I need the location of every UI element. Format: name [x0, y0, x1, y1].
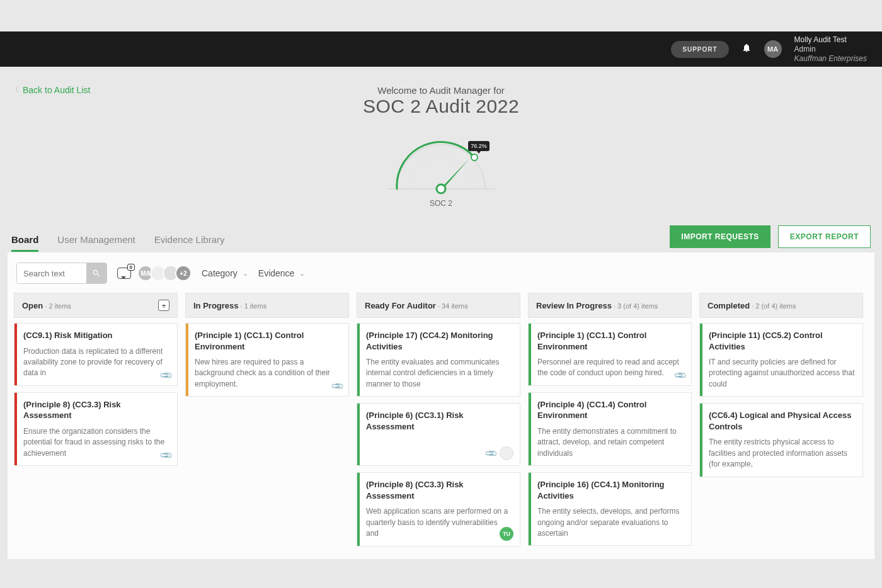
tab-user-management[interactable]: User Management: [57, 234, 135, 252]
chevron-down-icon: ⌄: [299, 269, 305, 278]
attachment-icon: 📎: [159, 449, 173, 463]
search-icon: [92, 269, 101, 278]
assignee-avatar: [500, 446, 513, 460]
search-box: [16, 263, 107, 284]
svg-point-3: [471, 154, 478, 161]
card-stripe: [700, 324, 702, 396]
user-info: Molly Audit Test Admin Kauffman Enterpri…: [794, 35, 867, 64]
column-header: In Progress · 1 items: [185, 293, 349, 318]
notifications-icon[interactable]: [742, 43, 752, 55]
column-count: · 34 items: [436, 302, 468, 310]
card-title: (Principle 17) (CC4.2) Monitoring Activi…: [366, 330, 512, 352]
filter-category[interactable]: Category ⌄: [202, 268, 248, 278]
filter-category-label: Category: [202, 268, 238, 278]
user-name: Molly Audit Test: [794, 35, 867, 45]
assignee-avatar: TU: [500, 527, 513, 541]
column-title: Open: [22, 301, 43, 310]
kanban-card[interactable]: (Principle 8) (CC3.3) Risk AssessmentEns…: [14, 392, 178, 466]
card-title: (Principle 16) (CC4.1) Monitoring Activi…: [537, 479, 684, 501]
kanban-card[interactable]: (Principle 4) (CC1.4) Control Environmen…: [528, 392, 692, 466]
avatar-more[interactable]: +2: [175, 265, 192, 281]
card-stripe: [529, 473, 531, 545]
svg-point-2: [437, 184, 445, 193]
topbar: SUPPORT MA Molly Audit Test Admin Kauffm…: [0, 31, 882, 67]
column-header: Review In Progress · 3 (of 4) items: [528, 293, 692, 318]
gauge-label: SOC 2: [430, 199, 452, 208]
tab-board[interactable]: Board: [11, 234, 38, 252]
import-requests-button[interactable]: IMPORT REQUESTS: [670, 225, 770, 248]
card-description: New hires are required to pass a backgro…: [195, 357, 341, 390]
card-description: The entity restricts physical access to …: [709, 437, 855, 470]
card-description: Ensure the organization considers the po…: [23, 426, 169, 459]
card-stripe: [14, 324, 17, 385]
column-header: Ready For Auditor · 34 items: [357, 293, 520, 318]
card-title: (Principle 6) (CC3.1) Risk Assessment: [366, 410, 512, 432]
card-stripe: [357, 404, 360, 465]
kanban-column: Ready For Auditor · 34 items(Principle 1…: [357, 293, 520, 546]
card-description: Web application scans are performed on a…: [366, 506, 512, 539]
audit-title: SOC 2 Audit 2022: [11, 96, 871, 117]
card-description: The entity selects, develops, and perfor…: [537, 506, 684, 539]
card-description: IT and security policies are defined for…: [709, 357, 855, 390]
column-count: · 3 (of 4) items: [612, 302, 658, 310]
kanban-column: Open · 2 items+(CC9.1) Risk MitigationPr…: [14, 293, 178, 466]
attachment-icon: 📎: [484, 446, 498, 460]
add-card-button[interactable]: +: [158, 300, 169, 311]
filter-evidence[interactable]: Evidence ⌄: [258, 268, 306, 278]
search-input[interactable]: [17, 263, 86, 283]
card-stripe: [529, 393, 531, 465]
kanban-card[interactable]: (Principle 1) (CC1.1) Control Environmen…: [185, 323, 349, 397]
kanban-card[interactable]: (Principle 16) (CC4.1) Monitoring Activi…: [528, 472, 692, 546]
column-title: Ready For Auditor: [365, 301, 436, 310]
attachment-icon: 📎: [159, 368, 173, 382]
user-role: Admin: [794, 45, 867, 54]
chevron-down-icon: ⌄: [243, 269, 248, 278]
card-stripe: [529, 324, 531, 385]
kanban-columns: Open · 2 items+(CC9.1) Risk MitigationPr…: [11, 293, 871, 546]
card-stripe: [357, 473, 360, 545]
kanban-column: Completed · 2 (of 4) items(Principle 11)…: [699, 293, 863, 477]
kanban-card[interactable]: (Principle 6) (CC3.1) Risk Assessment📎: [357, 403, 520, 466]
gauge-percent: 76.2%: [471, 143, 487, 149]
assignee-avatars[interactable]: MA +2: [141, 265, 192, 281]
card-title: (Principle 1) (CC1.1) Control Environmen…: [537, 330, 684, 352]
kanban-card[interactable]: (Principle 8) (CC3.3) Risk AssessmentWeb…: [357, 472, 520, 546]
kanban-column: In Progress · 1 items(Principle 1) (CC1.…: [185, 293, 349, 397]
back-link-text: Back to Audit List: [23, 85, 90, 95]
comments-button[interactable]: 0: [117, 268, 131, 279]
svg-marker-5: [477, 151, 481, 154]
kanban-card[interactable]: (CC9.1) Risk MitigationProduction data i…: [14, 323, 178, 386]
card-description: The entity evaluates and communicates in…: [366, 357, 512, 390]
card-title: (Principle 4) (CC1.4) Control Environmen…: [537, 399, 684, 421]
tabs: Board User Management Evidence Library: [11, 234, 224, 252]
card-stripe: [186, 324, 188, 396]
export-report-button[interactable]: EXPORT REPORT: [778, 225, 871, 248]
column-count: · 1 items: [239, 302, 267, 310]
card-description: The entity demonstrates a commitment to …: [537, 426, 684, 459]
user-org: Kauffman Enterprises: [794, 54, 867, 64]
user-avatar[interactable]: MA: [764, 40, 782, 58]
card-title: (CC9.1) Risk Mitigation: [23, 330, 169, 341]
card-stripe: [700, 404, 702, 476]
kanban-card[interactable]: (CC6.4) Logical and Physical Access Cont…: [699, 403, 863, 477]
filter-evidence-label: Evidence: [258, 268, 295, 278]
welcome-subtitle: Welcome to Audit Manager for: [11, 85, 871, 96]
comment-count: 0: [127, 264, 135, 271]
column-header: Open · 2 items+: [14, 293, 178, 318]
attachment-icon: 📎: [330, 380, 344, 393]
card-title: (Principle 8) (CC3.3) Risk Assessment: [23, 399, 169, 421]
kanban-card[interactable]: (Principle 17) (CC4.2) Monitoring Activi…: [357, 323, 520, 397]
card-stripe: [14, 393, 17, 465]
card-title: (CC6.4) Logical and Physical Access Cont…: [709, 410, 855, 432]
tab-evidence-library[interactable]: Evidence Library: [154, 234, 225, 252]
kanban-card[interactable]: (Principle 11) (CC5.2) Control Activitie…: [699, 323, 863, 397]
column-title: Review In Progress: [536, 301, 612, 310]
search-button[interactable]: [86, 263, 106, 283]
column-title: In Progress: [193, 301, 239, 310]
kanban-card[interactable]: (Principle 1) (CC1.1) Control Environmen…: [528, 323, 692, 386]
card-title: (Principle 1) (CC1.1) Control Environmen…: [195, 330, 341, 352]
card-title: (Principle 11) (CC5.2) Control Activitie…: [709, 330, 855, 352]
gauge: 76.2% SOC 2: [11, 126, 871, 208]
support-button[interactable]: SUPPORT: [671, 41, 728, 58]
card-stripe: [357, 324, 360, 396]
